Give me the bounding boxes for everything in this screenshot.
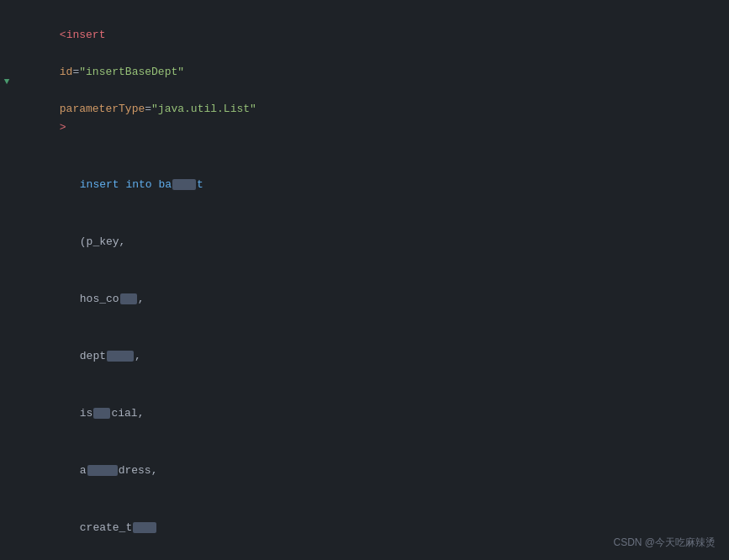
line-content: hos_co,: [34, 272, 729, 327]
watermark: CSDN @今天吃麻辣烫: [613, 536, 716, 550]
line-content: (p_key,: [34, 214, 729, 270]
line-4: hos_co,: [0, 271, 729, 328]
line-5: dept,: [0, 328, 729, 385]
line-content: dept,: [34, 329, 729, 384]
tag-bracket: <: [60, 29, 66, 41]
code-editor: ▼ <insert id="insertBaseDept" parameterT…: [0, 0, 729, 560]
space: [60, 47, 66, 60]
line-9: crer,: [0, 557, 729, 560]
line-1: ▼ <insert id="insertBaseDept" parameterT…: [0, 7, 729, 156]
line-content: insert into bat: [34, 157, 729, 213]
line-2: insert into bat: [0, 156, 729, 214]
line-7: adress,: [0, 442, 729, 499]
line-3: (p_key,: [0, 214, 729, 271]
attr-id: id: [60, 66, 73, 78]
line-content: iscial,: [34, 386, 729, 441]
line-content: adress,: [34, 443, 729, 499]
tag-name: insert: [66, 29, 106, 41]
fold-gutter: ▼: [0, 77, 13, 87]
line-6: iscial,: [0, 385, 729, 442]
line-content: <insert id="insertBaseDept" parameterTyp…: [13, 8, 729, 156]
